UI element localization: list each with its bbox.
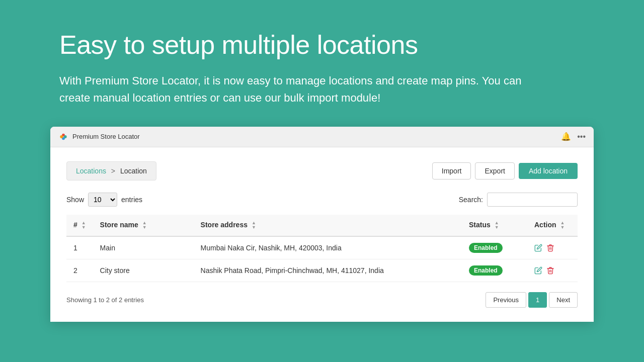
cell-action-0 [527, 236, 578, 259]
sort-arrows-action: ▲▼ [560, 221, 565, 230]
cell-store-name-0: Main [93, 236, 194, 259]
app-window: Premium Store Locator 🔔 ••• Locations > … [50, 127, 594, 322]
cell-action-1 [527, 259, 578, 282]
hero-title: Easy to setup multiple locations [59, 30, 585, 60]
hero-subtitle: With Premium Store Locator, it is now ea… [59, 72, 552, 107]
bell-icon[interactable]: 🔔 [561, 132, 571, 141]
col-header-store-address[interactable]: Store address ▲▼ [194, 215, 462, 236]
app-name: Premium Store Locator [72, 133, 140, 140]
table-header-row: # ▲▼ Store name ▲▼ Store address ▲▼ Stat… [66, 215, 578, 236]
col-header-action[interactable]: Action ▲▼ [527, 215, 578, 236]
col-header-num[interactable]: # ▲▼ [66, 215, 93, 236]
cell-status-0: Enabled [462, 236, 527, 259]
next-button[interactable]: Next [549, 292, 578, 308]
svg-point-3 [60, 135, 63, 138]
table-controls: Show 10 25 50 100 entries Search: [66, 193, 578, 207]
breadcrumb-current: Location [120, 167, 147, 175]
col-header-store-name[interactable]: Store name ▲▼ [93, 215, 194, 236]
show-label: Show [66, 196, 84, 204]
previous-button[interactable]: Previous [486, 292, 526, 308]
table-row: 1 Main Mumbai Naka Cir, Nashik, MH, 4200… [66, 236, 578, 259]
sort-arrows-store: ▲▼ [142, 221, 147, 230]
locations-table: # ▲▼ Store name ▲▼ Store address ▲▼ Stat… [66, 215, 578, 282]
search-input[interactable] [487, 193, 578, 207]
search-label: Search: [459, 196, 483, 204]
add-location-button[interactable]: Add location [519, 163, 578, 179]
table-row: 2 City store Nashik Phata Road, Pimpri-C… [66, 259, 578, 282]
sort-arrows-num: ▲▼ [82, 221, 86, 230]
top-bar: Locations > Location Import Export Add l… [66, 161, 578, 180]
pagination: Previous 1 Next [486, 292, 578, 308]
action-buttons: Import Export Add location [432, 162, 578, 179]
titlebar: Premium Store Locator 🔔 ••• [50, 127, 594, 147]
breadcrumb-separator: > [111, 167, 115, 175]
cell-store-name-1: City store [93, 259, 194, 282]
export-button[interactable]: Export [475, 162, 514, 179]
import-button[interactable]: Import [432, 162, 471, 179]
edit-icon-1[interactable] [534, 266, 542, 275]
cell-num-0: 1 [66, 236, 93, 259]
sort-arrows-status: ▲▼ [495, 221, 499, 230]
action-icons-0 [534, 244, 571, 252]
search-box: Search: [459, 193, 578, 207]
cell-num-1: 2 [66, 259, 93, 282]
cell-status-1: Enabled [462, 259, 527, 282]
breadcrumb-locations-link[interactable]: Locations [76, 167, 106, 175]
action-icons-1 [534, 266, 571, 275]
status-badge-1: Enabled [469, 265, 503, 276]
titlebar-left: Premium Store Locator [58, 132, 140, 142]
delete-icon-0[interactable] [546, 244, 554, 252]
sort-arrows-address: ▲▼ [252, 221, 256, 230]
status-badge-0: Enabled [469, 243, 503, 253]
cell-store-address-0: Mumbai Naka Cir, Nashik, MH, 420003, Ind… [194, 236, 462, 259]
cell-store-address-1: Nashik Phata Road, Pimpri-Chinchwad, MH,… [194, 259, 462, 282]
page-1-button[interactable]: 1 [528, 292, 547, 308]
edit-icon-0[interactable] [534, 244, 542, 252]
app-icon [58, 132, 68, 142]
table-body: 1 Main Mumbai Naka Cir, Nashik, MH, 4200… [66, 236, 578, 282]
delete-icon-1[interactable] [546, 266, 554, 275]
table-footer: Showing 1 to 2 of 2 entries Previous 1 N… [66, 292, 578, 308]
more-options-icon[interactable]: ••• [577, 132, 586, 141]
hero-section: Easy to setup multiple locations With Pr… [0, 0, 644, 127]
content-area: Locations > Location Import Export Add l… [50, 147, 594, 322]
titlebar-right: 🔔 ••• [561, 132, 586, 141]
showing-text: Showing 1 to 2 of 2 entries [66, 296, 144, 304]
breadcrumb: Locations > Location [66, 161, 156, 180]
col-header-status[interactable]: Status ▲▼ [462, 215, 527, 236]
entries-label: entries [121, 196, 142, 204]
entries-select[interactable]: 10 25 50 100 [88, 193, 117, 207]
show-entries: Show 10 25 50 100 entries [66, 193, 142, 207]
